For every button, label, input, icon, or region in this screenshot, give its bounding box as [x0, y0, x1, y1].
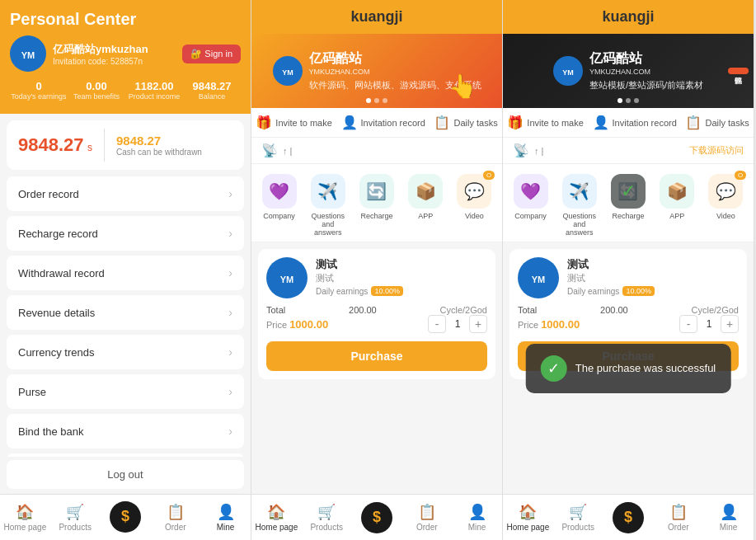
svg-text:YM: YM	[562, 68, 574, 77]
cat-recharge-2[interactable]: 🔄 ✓ Recharge	[608, 174, 648, 237]
menu-purse[interactable]: Purse ›	[7, 374, 244, 409]
logout-button[interactable]: Log out	[7, 460, 244, 489]
nav2-products-label: Products	[310, 523, 342, 532]
earnings-rate-1: 10.00%	[371, 286, 403, 296]
cat-qa-label-1: Questions and answers	[308, 212, 348, 237]
quick-record-label-1: Invitation record	[361, 118, 425, 128]
menu-order-record[interactable]: Order record ›	[7, 176, 244, 211]
nav3-products[interactable]: 🛒 Products	[553, 503, 603, 532]
nav3-products-icon: 🛒	[569, 503, 587, 521]
nav-products[interactable]: 🛒 Products	[50, 503, 101, 532]
price-label-2: Price	[518, 320, 538, 330]
withdraw-value: 9848.27	[116, 134, 202, 148]
menu-bank-label: Bind the bank	[18, 425, 84, 438]
menu-language-settings[interactable]: Language settings ›	[7, 453, 244, 457]
bottom-nav: 🏠 Home page 🛒 Products $ 📋 Order 👤 Mine	[0, 494, 251, 540]
upload-text-1: ↑ |	[283, 146, 292, 156]
chevron-icon: ›	[228, 385, 232, 398]
cat-qa-2[interactable]: ✈️ Questions and answers	[560, 174, 599, 237]
check-icon: ✓	[621, 181, 636, 202]
nav2-dollar[interactable]: $	[352, 502, 402, 533]
balance-card: 9848.27 s 9848.27 Cash can be withdrawn	[7, 120, 244, 170]
bottom-nav-2: 🏠 Home page 🛒 Products $ 📋 Order 👤 Mine	[251, 494, 502, 540]
qty-minus-2[interactable]: -	[679, 315, 697, 333]
quick-daily-1[interactable]: 📋 Daily tasks	[434, 115, 497, 130]
product-info-2: 测试 测试 Daily earnings 10.00%	[567, 257, 739, 296]
menu-revenue-details[interactable]: Revenue details ›	[7, 295, 244, 330]
bottom-nav-3: 🏠 Home page 🛒 Products $ 📋 Order 👤 Mine	[503, 494, 754, 540]
stat-product: 1182.00 Product income	[125, 80, 183, 101]
invite-icon-2: 🎁	[507, 115, 524, 130]
nav2-homepage[interactable]: 🏠 Home page	[251, 503, 302, 532]
nav-mine[interactable]: 👤 Mine	[200, 503, 251, 532]
purchase-button-1[interactable]: Purchase	[266, 341, 487, 371]
nav3-order[interactable]: 📋 Order	[653, 503, 703, 532]
cat-company-2[interactable]: 💜 Company	[511, 174, 551, 237]
nav3-homepage[interactable]: 🏠 Home page	[503, 503, 553, 532]
nav2-order-icon: 📋	[418, 503, 436, 521]
banner-tagline-2: 整站模板/整站源码/前端素材	[589, 79, 703, 92]
menu-currency-trends[interactable]: Currency trends ›	[7, 335, 244, 369]
cat-video-1[interactable]: 💬 O Video	[454, 174, 494, 237]
price-label-1: Price	[266, 320, 287, 330]
banner-right-badge: 软件源码	[728, 34, 749, 108]
banner-1: YM 亿码酷站 YMKUZHAN.COM 软件源码、网站模板、游戏源码、支付系统…	[251, 34, 502, 108]
cat-qa-1[interactable]: ✈️ Questions and answers	[308, 174, 348, 237]
stat-team-value: 0.00	[68, 80, 125, 92]
quick-daily-label-1: Daily tasks	[453, 118, 497, 128]
upload-icon-1: 📡	[261, 143, 278, 158]
menu-withdrawal-record[interactable]: Withdrawal record ›	[7, 256, 244, 290]
menu-recharge-label: Recharge record	[18, 228, 98, 240]
total-label-2: Total	[518, 305, 537, 315]
nav2-order[interactable]: 📋 Order	[401, 503, 452, 532]
nav2-mine-icon: 👤	[468, 503, 486, 521]
nav2-products[interactable]: 🛒 Products	[302, 503, 352, 532]
cat-company-1[interactable]: 💜 Company	[260, 174, 299, 237]
cat-company-icon-2: 💜	[514, 174, 548, 209]
signin-button[interactable]: 🔐 Sign in	[182, 45, 241, 63]
nav2-homepage-label: Home page	[256, 523, 298, 532]
cat-app-1[interactable]: 📦 APP	[406, 174, 445, 237]
banner-title-2: 亿码酷站	[589, 50, 703, 68]
qty-minus-1[interactable]: -	[428, 315, 446, 333]
invite-icon-1: 🎁	[256, 115, 272, 130]
cat-recharge-label-1: Recharge	[360, 212, 392, 220]
username: 亿码酷站ymkuzhan	[53, 42, 148, 57]
stat-today-label: Today's earnings	[10, 92, 68, 101]
upload-text-2: ↑ |	[534, 146, 543, 156]
nav-order[interactable]: 📋 Order	[150, 503, 200, 532]
menu-currency-label: Currency trends	[18, 346, 94, 359]
nav-dollar[interactable]: $	[101, 501, 151, 534]
quick-bar-1: 🎁 Invite to make 👤 Invitation record 📋 D…	[251, 108, 502, 138]
qty-plus-1[interactable]: +	[469, 315, 487, 333]
cat-video-icon-2: 💬 O	[708, 174, 743, 209]
product-logo-2: YM	[518, 257, 559, 298]
stat-today: 0 Today's earnings	[10, 80, 68, 101]
cat-company-label-2: Company	[514, 212, 547, 220]
nav3-homepage-label: Home page	[507, 523, 550, 532]
dot-3-b	[634, 98, 639, 103]
nav3-dollar[interactable]: $	[603, 502, 654, 533]
quick-record-1[interactable]: 👤 Invitation record	[341, 115, 425, 130]
qty-plus-2[interactable]: +	[721, 315, 739, 333]
quick-invite-1[interactable]: 🎁 Invite to make	[256, 115, 331, 130]
nav2-mine[interactable]: 👤 Mine	[452, 503, 502, 532]
cat-recharge-1[interactable]: 🔄 Recharge	[357, 174, 397, 237]
price-group-2: Price 1000.00	[518, 318, 580, 331]
quick-invite-2[interactable]: 🎁 Invite to make	[507, 115, 583, 130]
download-link[interactable]: 下载源码访问	[689, 144, 744, 157]
cat-video-2[interactable]: 💬 O Video	[706, 174, 745, 237]
product-name-2: 测试	[567, 257, 739, 272]
app-header-1: kuangji	[251, 0, 502, 34]
menu-bind-bank[interactable]: Bind the bank ›	[7, 414, 244, 448]
video-badge-1: O	[483, 171, 495, 180]
nav-homepage[interactable]: 🏠 Home page	[0, 503, 50, 532]
menu-recharge-record[interactable]: Recharge record ›	[7, 216, 244, 251]
cat-app-2[interactable]: 📦 APP	[657, 174, 697, 237]
nav3-mine[interactable]: 👤 Mine	[703, 503, 754, 532]
chevron-icon: ›	[228, 227, 232, 240]
quick-daily-2[interactable]: 📋 Daily tasks	[685, 115, 749, 130]
quantity-ctrl-2: - 1 +	[679, 315, 739, 333]
quick-record-2[interactable]: 👤 Invitation record	[593, 115, 677, 130]
chevron-icon: ›	[228, 306, 232, 319]
